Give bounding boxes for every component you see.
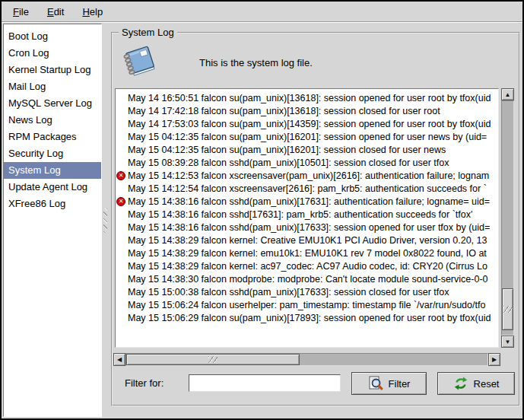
- log-line-text: May 15 14:38:29 falcon kernel: ac97_code…: [128, 261, 487, 272]
- log-text-view[interactable]: ✕ May 14 16:50:51 falcon su(pam_unix)[13…: [115, 88, 499, 348]
- scroll-left-button[interactable]: ◀: [113, 353, 125, 366]
- log-line[interactable]: ✕ May 15 14:12:53 falcon xscreensaver(pa…: [116, 170, 498, 183]
- log-line[interactable]: ✕ May 14 16:50:51 falcon su(pam_unix)[13…: [116, 92, 498, 105]
- horizontal-scroll-trough[interactable]: [125, 353, 488, 366]
- log-line[interactable]: ✕ May 15 14:38:30 falcon modprobe: modpr…: [116, 273, 498, 286]
- log-line-text: May 15 14:38:16 falcon sshd[17631]: pam_…: [128, 209, 472, 220]
- log-line-text: May 15 14:38:16 falcon sshd(pam_unix)[17…: [128, 196, 490, 207]
- log-type-list: Boot LogCron LogKernel Startup LogMail L…: [3, 24, 102, 417]
- filter-label: Filter for:: [125, 377, 164, 389]
- log-line[interactable]: ✕ May 14 17:42:18 falcon su(pam_unix)[13…: [116, 105, 498, 118]
- sidebar-item[interactable]: Boot Log: [4, 28, 101, 45]
- log-line[interactable]: ✕ May 15 15:00:38 falcon sshd(pam_unix)[…: [116, 286, 498, 299]
- pane-resize-handle[interactable]: [102, 24, 109, 417]
- sidebar-item[interactable]: MySQL Server Log: [4, 95, 101, 112]
- log-line[interactable]: ✕ May 15 14:38:16 falcon sshd(pam_unix)[…: [116, 221, 498, 234]
- filter-button-label: Filter: [389, 378, 411, 390]
- log-line-text: May 15 14:38:29 falcon kernel: emu10k1: …: [128, 248, 487, 259]
- reset-button-label: Reset: [474, 378, 500, 390]
- sidebar-item[interactable]: XFree86 Log: [4, 196, 101, 212]
- scroll-right-button[interactable]: ▶: [488, 353, 500, 366]
- log-line-text: May 15 14:12:54 falcon xscreensaver[2616…: [128, 183, 487, 194]
- log-line[interactable]: ✕ May 15 15:06:29 falcon su(pam_unix)[17…: [116, 312, 498, 325]
- sidebar-item[interactable]: RPM Packages: [4, 129, 101, 145]
- log-line[interactable]: ✕ May 15 14:38:16 falcon sshd(pam_unix)[…: [116, 196, 498, 208]
- system-log-frame: System Log This is the system log file.: [111, 32, 520, 406]
- log-line-text: May 14 17:53:03 falcon su(pam_unix)[1435…: [128, 119, 491, 129]
- pane-grip-icon: [103, 208, 107, 233]
- menu-item[interactable]: Edit: [43, 2, 68, 22]
- log-line-text: May 15 14:38:29 falcon kernel: Creative …: [128, 235, 487, 246]
- sidebar-item[interactable]: News Log: [4, 112, 101, 129]
- log-line[interactable]: ✕ May 15 14:38:29 falcon kernel: Creativ…: [116, 234, 498, 247]
- error-icon: ✕: [116, 171, 125, 180]
- green-refresh-arrows-icon: [453, 376, 468, 391]
- log-line[interactable]: ✕ May 15 14:38:29 falcon kernel: emu10k1…: [116, 247, 498, 260]
- scroll-grip-icon: [208, 356, 218, 363]
- log-line[interactable]: ✕ May 15 04:12:35 falcon su(pam_unix)[16…: [116, 131, 498, 144]
- log-line-text: May 15 15:06:24 falcon userhelper: pam_t…: [128, 300, 485, 310]
- sidebar-item[interactable]: Security Log: [4, 145, 101, 162]
- log-line-text: May 15 15:00:38 falcon sshd(pam_unix)[17…: [128, 287, 449, 298]
- log-line-text: May 15 14:38:16 falcon sshd(pam_unix)[17…: [128, 222, 490, 233]
- filter-input[interactable]: [189, 374, 341, 392]
- sidebar-item[interactable]: Cron Log: [4, 45, 101, 62]
- sidebar-item[interactable]: Update Agent Log: [4, 179, 101, 196]
- frame-title: System Log: [119, 27, 177, 38]
- filter-button[interactable]: Filter: [351, 372, 427, 395]
- system-logs-window: FileEditHelp Boot LogCron LogKernel Star…: [0, 0, 524, 420]
- menu-item[interactable]: Help: [78, 2, 106, 22]
- log-line-text: May 15 15:06:29 falcon su(pam_unix)[1789…: [128, 313, 491, 323]
- log-line[interactable]: ✕ May 15 04:12:35 falcon su(pam_unix)[16…: [116, 144, 498, 157]
- log-line-text: May 14 17:42:18 falcon su(pam_unix)[1361…: [128, 106, 440, 116]
- sidebar-item[interactable]: Mail Log: [4, 78, 101, 95]
- log-line[interactable]: ✕ May 15 14:12:54 falcon xscreensaver[26…: [116, 183, 498, 196]
- log-line-text: May 15 08:39:28 falcon sshd(pam_unix)[10…: [128, 158, 449, 168]
- horizontal-scrollbar: ◀ ▶: [113, 353, 500, 366]
- vertical-scroll-trough[interactable]: [501, 100, 514, 336]
- error-icon: ✕: [116, 197, 125, 206]
- menu-item[interactable]: File: [9, 2, 33, 22]
- log-line-text: May 15 14:12:53 falcon xscreensaver(pam_…: [128, 170, 489, 181]
- log-line[interactable]: ✕ May 15 08:39:28 falcon sshd(pam_unix)[…: [116, 157, 498, 170]
- log-line-text: May 15 04:12:35 falcon su(pam_unix)[1620…: [128, 145, 446, 155]
- scroll-up-button[interactable]: ▲: [501, 88, 514, 100]
- filter-row: Filter for: Filter Re: [113, 371, 519, 397]
- log-description: This is the system log file.: [199, 57, 313, 68]
- sidebar-item[interactable]: Kernel Startup Log: [4, 62, 101, 78]
- scroll-grip-icon: [503, 306, 513, 313]
- log-line[interactable]: ✕ May 15 15:06:24 falcon userhelper: pam…: [116, 299, 498, 312]
- sidebar-item[interactable]: System Log: [4, 162, 101, 179]
- log-line-text: May 15 14:38:30 falcon modprobe: modprob…: [128, 274, 488, 285]
- magnifier-document-icon: [368, 376, 383, 391]
- log-line[interactable]: ✕ May 15 14:38:16 falcon sshd[17631]: pa…: [116, 208, 498, 221]
- log-line[interactable]: ✕ May 14 17:53:03 falcon su(pam_unix)[14…: [116, 118, 498, 131]
- log-line[interactable]: ✕ May 15 14:38:29 falcon kernel: ac97_co…: [116, 260, 498, 273]
- reset-button[interactable]: Reset: [437, 372, 515, 395]
- horizontal-scroll-thumb[interactable]: [126, 354, 300, 365]
- log-line-text: May 14 16:50:51 falcon su(pam_unix)[1361…: [128, 93, 491, 103]
- menu-bar: FileEditHelp: [2, 2, 522, 22]
- scroll-down-button[interactable]: ▼: [501, 336, 514, 348]
- notebook-icon: [120, 44, 160, 81]
- vertical-scrollbar: ▲ ▼: [501, 88, 514, 348]
- log-line-text: May 15 04:12:35 falcon su(pam_unix)[1620…: [128, 132, 487, 142]
- vertical-scroll-thumb[interactable]: [502, 288, 513, 330]
